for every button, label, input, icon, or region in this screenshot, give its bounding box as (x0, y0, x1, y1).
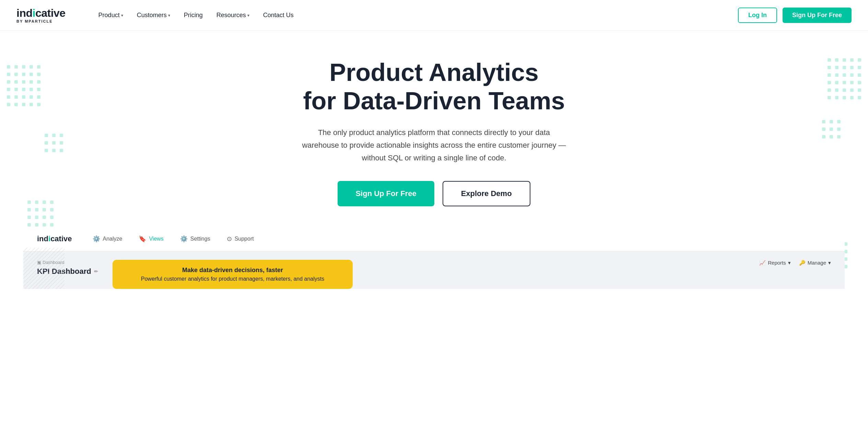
edit-icon[interactable]: ✏ (94, 269, 98, 274)
signup-nav-button[interactable]: Sign Up For Free (783, 8, 852, 23)
demo-nav-settings-label: Settings (190, 236, 210, 242)
nav-item-product[interactable]: Product ▾ (93, 9, 129, 22)
hero-section: Product Analytics for Data-Driven Teams … (0, 31, 868, 303)
chevron-down-icon: ▾ (168, 13, 170, 18)
dot-decoration-tr (828, 58, 861, 99)
settings-icon: ⚙️ (180, 235, 188, 243)
tooltip-text: Powerful customer analytics for product … (122, 276, 343, 282)
hero-demo-button[interactable]: Explore Demo (443, 181, 530, 206)
reports-icon: 📈 (759, 260, 766, 266)
main-nav: Product ▾ Customers ▾ Pricing Resources … (93, 9, 299, 22)
nav-label-customers: Customers (137, 12, 167, 19)
logo-byline: BY MPARTICLE (16, 19, 53, 23)
demo-nav-settings[interactable]: ⚙️ Settings (180, 235, 210, 243)
dot-decoration-mid-l (45, 134, 63, 152)
demo-panel: indicative ⚙️ Analyze 🔖 Views ⚙️ Setting… (23, 227, 845, 289)
demo-nav-views-label: Views (149, 236, 163, 242)
stripe-decoration (23, 248, 64, 289)
views-icon: 🔖 (139, 235, 146, 243)
demo-nav-analyze-label: Analyze (103, 236, 122, 242)
demo-nav-views[interactable]: 🔖 Views (139, 235, 163, 243)
navbar-left: indicative BY MPARTICLE Product ▾ Custom… (16, 8, 299, 23)
nav-label-pricing: Pricing (184, 12, 203, 19)
demo-nav-items: ⚙️ Analyze 🔖 Views ⚙️ Settings ⊙ Support (93, 235, 254, 243)
demo-logo-dot: i (48, 234, 50, 243)
hero-title: Product Analytics for Data-Driven Teams (280, 58, 588, 115)
chevron-down-icon: ▾ (121, 13, 123, 18)
hero-subtitle: The only product analytics platform that… (300, 126, 568, 165)
nav-item-contact[interactable]: Contact Us (258, 9, 299, 22)
login-button[interactable]: Log In (738, 8, 777, 23)
demo-actions: 📈 Reports ▾ 🔑 Manage ▾ (759, 260, 831, 266)
demo-nav-analyze[interactable]: ⚙️ Analyze (93, 235, 122, 243)
chevron-down-icon: ▾ (788, 260, 791, 266)
dot-decoration-tl (7, 65, 40, 106)
nav-item-resources[interactable]: Resources ▾ (211, 9, 255, 22)
demo-logo: indicative (37, 234, 72, 243)
demo-content: ▣ Dashboard KPI Dashboard ✏ Make data-dr… (23, 252, 845, 289)
demo-nav-support[interactable]: ⊙ Support (227, 235, 254, 243)
reports-button[interactable]: 📈 Reports ▾ (759, 260, 791, 266)
logo[interactable]: indicative BY MPARTICLE (16, 8, 66, 23)
demo-tooltip: Make data-driven decisions, faster Power… (113, 260, 353, 289)
nav-item-pricing[interactable]: Pricing (178, 9, 208, 22)
hero-signup-button[interactable]: Sign Up For Free (338, 181, 434, 206)
demo-navbar: indicative ⚙️ Analyze 🔖 Views ⚙️ Setting… (23, 227, 845, 252)
nav-label-product: Product (98, 12, 120, 19)
support-icon: ⊙ (227, 235, 232, 243)
navbar: indicative BY MPARTICLE Product ▾ Custom… (0, 0, 868, 31)
manage-icon: 🔑 (799, 260, 806, 266)
tooltip-title: Make data-driven decisions, faster (122, 267, 343, 274)
hero-buttons: Sign Up For Free Explore Demo (16, 181, 852, 206)
navbar-actions: Log In Sign Up For Free (738, 8, 852, 23)
chevron-down-icon: ▾ (247, 13, 249, 18)
dot-decoration-mid-r (822, 120, 841, 138)
logo-text: indicative (16, 8, 66, 19)
demo-nav-support-label: Support (235, 236, 254, 242)
chevron-down-icon: ▾ (828, 260, 831, 266)
nav-item-customers[interactable]: Customers ▾ (131, 9, 176, 22)
logo-dot: i (32, 7, 35, 19)
analyze-icon: ⚙️ (93, 235, 100, 243)
manage-button[interactable]: 🔑 Manage ▾ (799, 260, 831, 266)
nav-label-contact: Contact Us (263, 12, 294, 19)
nav-label-resources: Resources (216, 12, 246, 19)
